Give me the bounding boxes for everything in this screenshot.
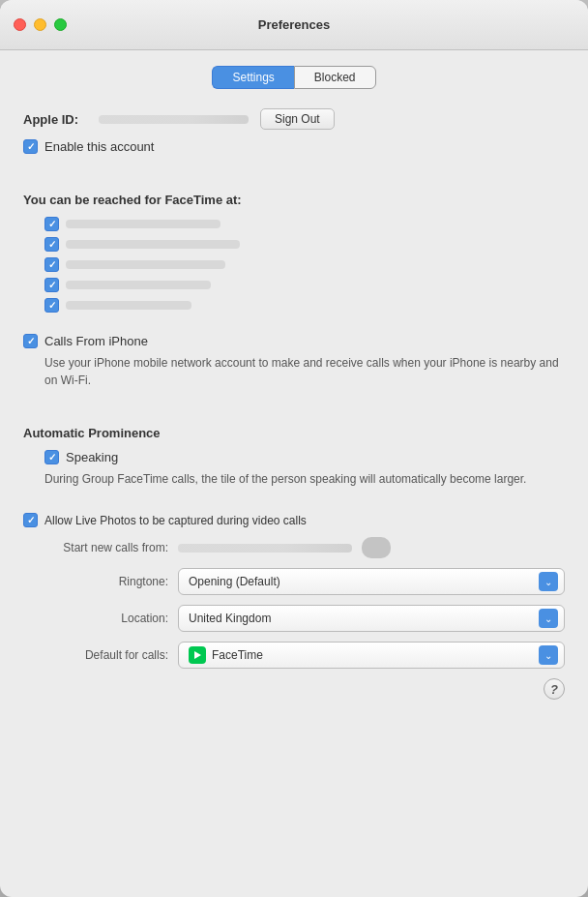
speaking-checkbox[interactable]	[44, 450, 59, 464]
facetime-app-icon	[189, 646, 206, 664]
enable-account-label: Enable this account	[44, 139, 154, 154]
contact-4-value	[66, 281, 211, 289]
default-for-calls-chevron-icon: ⌄	[539, 645, 558, 665]
list-item	[44, 278, 565, 292]
location-select[interactable]: United Kingdom ⌄	[178, 605, 565, 632]
speaking-row: Speaking	[44, 450, 565, 464]
contact-1-checkbox[interactable]	[44, 217, 59, 231]
preferences-content: Settings Blocked Apple ID: Sign Out Enab…	[0, 50, 588, 897]
allow-live-photos-label: Allow Live Photos to be captured during …	[44, 514, 307, 527]
calls-from-iphone-description: Use your iPhone mobile network account t…	[44, 354, 565, 389]
list-item	[44, 298, 565, 313]
location-select-value: United Kingdom	[189, 612, 271, 625]
tab-blocked[interactable]: Blocked	[294, 66, 376, 89]
traffic-lights	[14, 18, 67, 31]
calls-from-iphone-checkbox[interactable]	[23, 334, 38, 348]
default-for-calls-row: Default for calls: FaceTime ⌄	[23, 642, 565, 669]
close-button[interactable]	[14, 18, 26, 31]
allow-live-photos-checkbox[interactable]	[23, 513, 38, 527]
sign-out-button[interactable]: Sign Out	[260, 108, 335, 130]
enable-account-checkbox[interactable]	[23, 139, 38, 154]
minimize-button[interactable]	[34, 18, 46, 31]
location-value: United Kingdom ⌄	[178, 605, 565, 632]
list-item	[44, 257, 565, 272]
calls-from-iphone-label: Calls From iPhone	[44, 334, 148, 348]
contact-3-checkbox[interactable]	[44, 257, 59, 272]
enable-account-row: Enable this account	[23, 139, 565, 154]
ringtone-label: Ringtone:	[23, 575, 178, 588]
help-row: ?	[23, 678, 565, 700]
ringtone-chevron-icon: ⌄	[539, 572, 558, 591]
speaking-label: Speaking	[66, 450, 118, 464]
apple-id-row: Apple ID: Sign Out	[23, 108, 565, 130]
automatic-prominence-heading: Automatic Prominence	[23, 426, 565, 440]
facetime-section-heading: You can be reached for FaceTime at:	[23, 193, 565, 207]
default-for-calls-select-value: FaceTime	[212, 648, 263, 662]
calls-from-iphone-row: Calls From iPhone	[23, 334, 565, 348]
ringtone-select-value: Opening (Default)	[189, 575, 280, 588]
contact-4-checkbox[interactable]	[44, 278, 59, 292]
start-new-calls-pill	[362, 537, 391, 558]
ringtone-row: Ringtone: Opening (Default) ⌄	[23, 568, 565, 595]
apple-id-value	[99, 115, 249, 124]
contact-5-checkbox[interactable]	[44, 298, 59, 313]
location-label: Location:	[23, 612, 178, 625]
window-title: Preferences	[258, 17, 330, 32]
tab-settings[interactable]: Settings	[212, 66, 293, 89]
start-new-calls-row: Start new calls from:	[23, 537, 565, 558]
location-chevron-icon: ⌄	[539, 609, 558, 628]
tab-bar: Settings Blocked	[23, 66, 565, 89]
contact-1-value	[66, 220, 220, 228]
start-new-calls-value	[178, 544, 352, 553]
facetime-contacts-list	[44, 217, 565, 313]
contact-5-value	[66, 301, 191, 310]
default-for-calls-value: FaceTime ⌄	[178, 642, 565, 669]
speaking-description: During Group FaceTime calls, the tile of…	[44, 470, 565, 488]
ringtone-select[interactable]: Opening (Default) ⌄	[178, 568, 565, 595]
default-for-calls-label: Default for calls:	[23, 648, 178, 662]
start-new-calls-value-area	[178, 537, 565, 558]
contact-2-value	[66, 240, 240, 249]
start-new-calls-label: Start new calls from:	[23, 541, 178, 554]
apple-id-label: Apple ID:	[23, 112, 91, 127]
list-item	[44, 217, 565, 231]
contact-3-value	[66, 260, 225, 269]
list-item	[44, 237, 565, 252]
ringtone-value: Opening (Default) ⌄	[178, 568, 565, 595]
fullscreen-button[interactable]	[54, 18, 67, 31]
default-for-calls-select[interactable]: FaceTime ⌄	[178, 642, 565, 669]
allow-live-photos-row: Allow Live Photos to be captured during …	[23, 513, 565, 527]
preferences-window: Preferences Settings Blocked Apple ID: S…	[0, 0, 588, 897]
contact-2-checkbox[interactable]	[44, 237, 59, 252]
default-for-calls-inner: FaceTime	[189, 646, 263, 664]
help-button[interactable]: ?	[544, 678, 565, 700]
title-bar: Preferences	[0, 0, 588, 50]
location-row: Location: United Kingdom ⌄	[23, 605, 565, 632]
